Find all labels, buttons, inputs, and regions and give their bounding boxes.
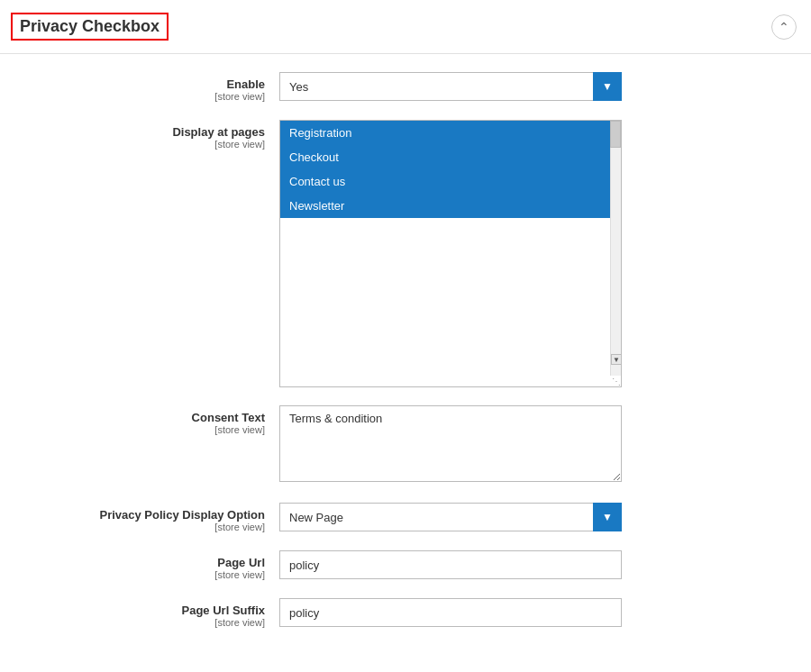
consent-text-sub-label: [store view] xyxy=(18,424,265,435)
enable-select-arrow[interactable]: ▼ xyxy=(593,72,622,101)
page-url-suffix-control xyxy=(279,598,622,627)
list-item[interactable]: Newsletter xyxy=(280,194,610,218)
enable-label-col: Enable [store view] xyxy=(18,72,279,102)
page-header: Privacy Checkbox ⌃ xyxy=(0,0,811,54)
list-item[interactable]: Registration xyxy=(280,121,610,145)
enable-select-wrapper: Yes No ▼ xyxy=(279,72,622,101)
privacy-policy-row: Privacy Policy Display Option [store vie… xyxy=(0,503,811,532)
display-at-pages-label-col: Display at pages [store view] xyxy=(18,120,279,150)
privacy-policy-label-col: Privacy Policy Display Option [store vie… xyxy=(18,503,279,532)
scrollbar-thumb[interactable] xyxy=(610,121,621,148)
consent-text-label-col: Consent Text [store view] xyxy=(18,405,279,435)
list-item[interactable]: Checkout xyxy=(280,145,610,169)
listbox-inner: Registration Checkout Contact us Newslet… xyxy=(280,121,610,386)
page-url-control xyxy=(279,550,622,579)
enable-sub-label: [store view] xyxy=(18,91,265,102)
listbox-wrapper: Registration Checkout Contact us Newslet… xyxy=(279,120,622,387)
display-at-pages-row: Display at pages [store view] Registrati… xyxy=(0,120,811,387)
enable-row: Enable [store view] Yes No ▼ xyxy=(0,72,811,102)
consent-text-label: Consent Text xyxy=(18,411,265,424)
display-at-pages-control: Registration Checkout Contact us Newslet… xyxy=(279,120,622,387)
privacy-policy-control: New Page Popup Inline ▼ xyxy=(279,503,622,531)
consent-text-textarea-wrapper: Terms & condition xyxy=(279,405,622,485)
consent-text-row: Consent Text [store view] Terms & condit… xyxy=(0,405,811,485)
page-title: Privacy Checkbox xyxy=(11,13,169,41)
resize-handle[interactable]: ⋱ xyxy=(612,377,621,386)
privacy-policy-sub-label: [store view] xyxy=(18,522,265,532)
privacy-policy-select-wrapper: New Page Popup Inline ▼ xyxy=(279,503,622,531)
page-url-row: Page Url [store view] xyxy=(0,550,811,580)
page-url-label: Page Url xyxy=(18,556,265,569)
page-url-suffix-label: Page Url Suffix xyxy=(18,604,265,617)
display-at-pages-label: Display at pages xyxy=(18,125,265,139)
consent-text-control: Terms & condition xyxy=(279,405,622,485)
page-url-suffix-sub-label: [store view] xyxy=(18,617,265,628)
consent-text-textarea[interactable]: Terms & condition xyxy=(279,405,622,482)
privacy-policy-select-arrow[interactable]: ▼ xyxy=(593,503,622,531)
page-url-input[interactable] xyxy=(279,550,622,579)
enable-label: Enable xyxy=(18,77,265,91)
collapse-button[interactable]: ⌃ xyxy=(771,14,797,40)
enable-select[interactable]: Yes No xyxy=(279,72,593,101)
privacy-policy-label: Privacy Policy Display Option xyxy=(18,508,265,522)
page-url-suffix-label-col: Page Url Suffix [store view] xyxy=(18,598,279,628)
pages-listbox[interactable]: Registration Checkout Contact us Newslet… xyxy=(280,121,610,386)
page-wrapper: Privacy Checkbox ⌃ Enable [store view] Y… xyxy=(0,0,811,672)
scrollbar-track: ▲ ▼ xyxy=(610,121,621,376)
enable-control: Yes No ▼ xyxy=(279,72,622,101)
privacy-policy-select[interactable]: New Page Popup Inline xyxy=(279,503,593,531)
page-url-suffix-input[interactable] xyxy=(279,598,622,627)
listbox-container: Registration Checkout Contact us Newslet… xyxy=(280,121,621,386)
display-at-pages-sub-label: [store view] xyxy=(18,139,265,150)
scroll-down-arrow[interactable]: ▼ xyxy=(611,354,622,365)
list-item[interactable]: Contact us xyxy=(280,169,610,194)
form-body: Enable [store view] Yes No ▼ Display at … xyxy=(0,54,811,664)
page-url-label-col: Page Url [store view] xyxy=(18,550,279,580)
page-url-suffix-row: Page Url Suffix [store view] xyxy=(0,598,811,628)
page-url-sub-label: [store view] xyxy=(18,569,265,580)
